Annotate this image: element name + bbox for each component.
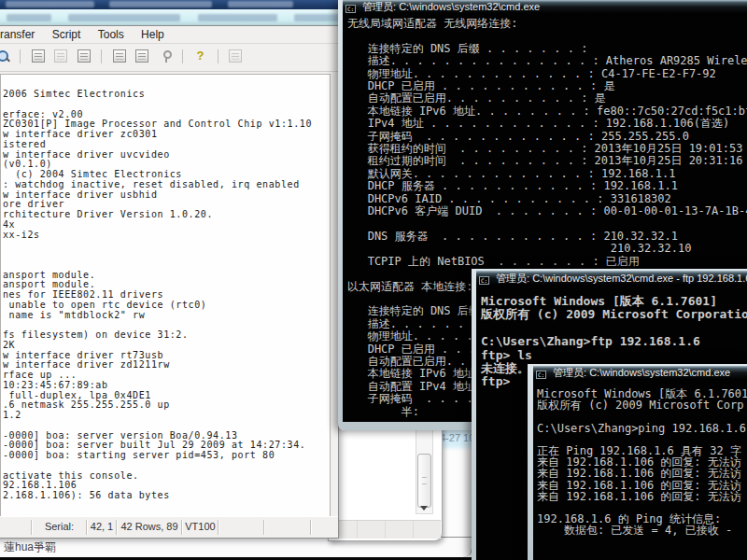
- console-line: : watchdog inactive, reset disabled, irq…: [3, 180, 330, 190]
- console-line: 版权所有 (c) 2009 Microsoft Corp: [537, 399, 747, 411]
- console-line: 10:23:45:67:89:ab: [3, 381, 330, 391]
- browser-toolbar-item-blurred[interactable]: [7, 14, 51, 21]
- console-line: 来自 192.168.1.106 的回复: 无法访: [537, 468, 747, 479]
- cmd-title-text: 管理员: C:\windows\system32\cmd.exe: [553, 367, 730, 378]
- console-line: istered: [3, 140, 330, 150]
- console-line: .6 netmask 255.255.255.0 up: [3, 400, 330, 411]
- browser-toolbar-item-blurred[interactable]: [198, 14, 277, 21]
- scrollbar-thumb[interactable]: [417, 454, 431, 508]
- console-line: [3, 461, 330, 471]
- console-line: 版权所有 (c) 2009 Microsoft Corporation。保: [481, 308, 747, 321]
- console-line: 1.2: [3, 411, 330, 421]
- print-setup-icon[interactable]: [32, 49, 45, 63]
- console-line: 210.32.32.10: [347, 243, 747, 255]
- status-terminal-size: 42 Rows, 89 Cols: [116, 520, 182, 535]
- options-icon[interactable]: [135, 49, 148, 63]
- terminal-status-bar: Serial: COM1 42, 1 42 Rows, 89 Cols VT10…: [0, 516, 338, 538]
- properties-icon[interactable]: [113, 49, 126, 63]
- menu-transfer[interactable]: ransfer: [0, 28, 35, 41]
- browser-status-text: 蓮hua爭覇: [4, 540, 56, 553]
- console-line: [347, 30, 747, 42]
- panel-footer-cell: [414, 521, 441, 539]
- console-line: [3, 260, 330, 271]
- console-line: DHCPv6 客户端 DUID . . . . . . . : 00-01-00…: [347, 205, 747, 217]
- console-line: [3, 240, 330, 250]
- scroll-down-arrow-icon[interactable]: [420, 506, 428, 511]
- panel-footer-cell: [386, 521, 414, 539]
- console-line: DHCPv6 IAID . . . . . . . . . . . : 3316…: [347, 193, 747, 205]
- toolbar-separator: [101, 49, 102, 63]
- cmd-title-text: 管理员: C:\windows\system32\cmd.exe - ftp 1…: [496, 273, 747, 284]
- console-line: -0000] boa: starting server pid=453, por…: [3, 451, 330, 461]
- status-empty-cell: [218, 520, 264, 535]
- cmd-output-ping[interactable]: Microsoft Windows [版本 6.1.7601版权所有 (c) 2…: [533, 380, 747, 560]
- console-line: 获得租约的时间 . . . . . . . . . : 2013年10月25日 …: [347, 143, 747, 155]
- console-line: C:\Users\Zhang>ftp 192.168.1.6: [481, 335, 747, 348]
- scrollbar-track[interactable]: [416, 421, 433, 514]
- console-line: 来自 192.168.1.106 的回复: 无法访: [537, 491, 747, 502]
- embedded-list-panel: [328, 416, 443, 541]
- console-line: 来自 192.168.1.106 的回复: 无法访: [537, 480, 747, 491]
- cmd-icon: C:: [345, 5, 356, 13]
- console-line: xx-i2s: [3, 231, 330, 241]
- status-empty-cell: [263, 520, 311, 535]
- console-line: name is "mtdblock2" rw: [3, 311, 330, 321]
- cmd-icon: C:: [536, 371, 546, 379]
- status-cursor-position: 42, 1: [86, 520, 117, 535]
- browser-tab-blurred[interactable]: [109, 1, 212, 7]
- console-line: [347, 218, 747, 231]
- cmd-icon: C:: [479, 276, 489, 285]
- console-line: rchitecture Driver Version 1.0.20.: [3, 210, 330, 220]
- console-line: 租约过期的时间 . . . . . . . . . : 2013年10月25日 …: [347, 155, 747, 167]
- console-line: fs filesystem) on device 31:2.: [3, 330, 330, 341]
- session-window-icon[interactable]: [229, 49, 242, 63]
- cmd-title-text: 管理员: C:\windows\system32\cmd.exe: [362, 1, 540, 12]
- console-line: TCPIP 上的 NetBIOS . . . . . . . : 已启用: [347, 256, 747, 268]
- console-line: 连接特定的 DNS 后缀 . . . . . . . :: [347, 43, 747, 55]
- browser-toolbar-item-blurred[interactable]: [68, 14, 180, 21]
- key-icon[interactable]: [159, 49, 172, 63]
- console-line: [3, 100, 330, 110]
- help-icon[interactable]: ?: [194, 49, 207, 63]
- browser-tab-blurred[interactable]: [6, 1, 94, 7]
- console-line: 4x: [3, 220, 330, 231]
- console-line: DHCP 已启用 . . . . . . . . . . . : 是: [347, 80, 747, 92]
- status-empty-cell: [310, 520, 330, 535]
- menu-tools[interactable]: Tools: [98, 28, 124, 41]
- console-line: DNS 服务器 . . . . . . . . . . . : 210.32.3…: [347, 231, 747, 243]
- browser-tab-blurred[interactable]: [228, 1, 293, 7]
- console-line: 2K: [3, 341, 330, 351]
- console-line: 自动配置已启用. . . . . . . . . . : 是: [347, 92, 747, 105]
- console-line: ftp> ls: [481, 349, 747, 362]
- status-emulation: VT100: [181, 520, 218, 535]
- console-line: 数据包: 已发送 = 4, 已接收 -: [537, 525, 747, 536]
- console-line: w interface driver zc0301: [3, 130, 330, 140]
- printer-icon[interactable]: [78, 49, 91, 63]
- console-line: DHCP 服务器 . . . . . . . . . . . : 192.168…: [347, 180, 747, 192]
- console-line: 描述. . . . . . . . . . . . . . . : Athero…: [347, 55, 747, 67]
- panel-footer-cell: [358, 521, 386, 539]
- toolbar-separator: [218, 49, 218, 63]
- cmd-title-bar[interactable]: C: 管理员: C:\windows\system32\cmd.exe: [343, 0, 747, 14]
- console-line: 本地链接 IPv6 地址. . . . . . . . : fe80::7c50…: [347, 105, 747, 118]
- print-copy-icon[interactable]: [54, 49, 67, 63]
- console-line: 2006 Simtec Electronics: [3, 90, 330, 100]
- console-line: Microsoft Windows [版本 6.1.7601]: [481, 295, 747, 308]
- terminal-screen[interactable]: 2006 Simtec Electronics erface: v2.00ZC0…: [0, 74, 331, 517]
- page-date-text: 4-27 10: [440, 432, 474, 443]
- console-line: 物理地址. . . . . . . . . . . . . : C4-17-FE…: [347, 68, 747, 80]
- console-line: C:\Users\Zhang>ping 192.168.1.6: [537, 423, 747, 434]
- cmd-title-bar[interactable]: C: 管理员: C:\windows\system32\cmd.exe - ft…: [476, 271, 747, 286]
- toolbar-separator: [182, 49, 183, 63]
- cmd-window-ping: C: 管理员: C:\windows\system32\cmd.exe Micr…: [528, 364, 747, 560]
- menu-help[interactable]: Help: [141, 28, 164, 41]
- desktop: 4-27 10 蓮hua爭覇 ransfer Script Tools Help: [0, 0, 747, 560]
- menu-script[interactable]: Script: [52, 28, 81, 41]
- cmd-title-bar[interactable]: C: 管理员: C:\windows\system32\cmd.exe: [533, 366, 747, 380]
- serial-terminal-window: ransfer Script Tools Help ? 2006 Simtec …: [0, 25, 339, 539]
- console-line: IPv4 地址 . . . . . . . . . . . . : 192.16…: [347, 118, 747, 130]
- console-line: [537, 411, 747, 422]
- console-line: [481, 322, 747, 335]
- magnifier-icon[interactable]: [0, 49, 9, 63]
- console-line: [3, 250, 330, 260]
